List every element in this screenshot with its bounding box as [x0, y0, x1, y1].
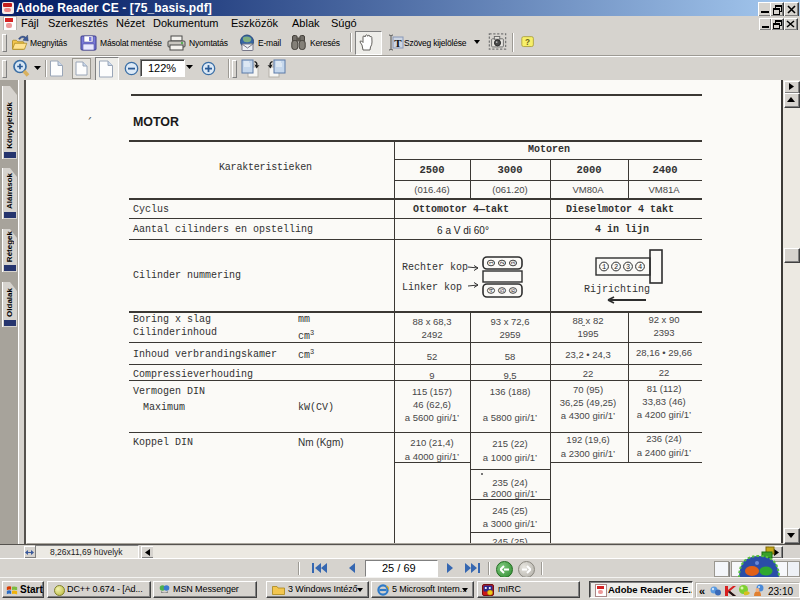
svg-text:1: 1	[602, 263, 606, 271]
svg-text:6: 6	[510, 288, 517, 292]
svg-text:T: T	[394, 37, 402, 49]
svg-text:5: 5	[499, 288, 506, 292]
svg-text:1: 1	[488, 261, 495, 265]
svg-text:3: 3	[510, 261, 517, 265]
svg-text:3: 3	[626, 263, 630, 271]
svg-text:4: 4	[638, 263, 642, 271]
svg-text:2: 2	[499, 261, 506, 265]
svg-text:4: 4	[488, 288, 495, 292]
svg-text:2: 2	[614, 263, 618, 271]
svg-text:?: ?	[525, 38, 530, 47]
